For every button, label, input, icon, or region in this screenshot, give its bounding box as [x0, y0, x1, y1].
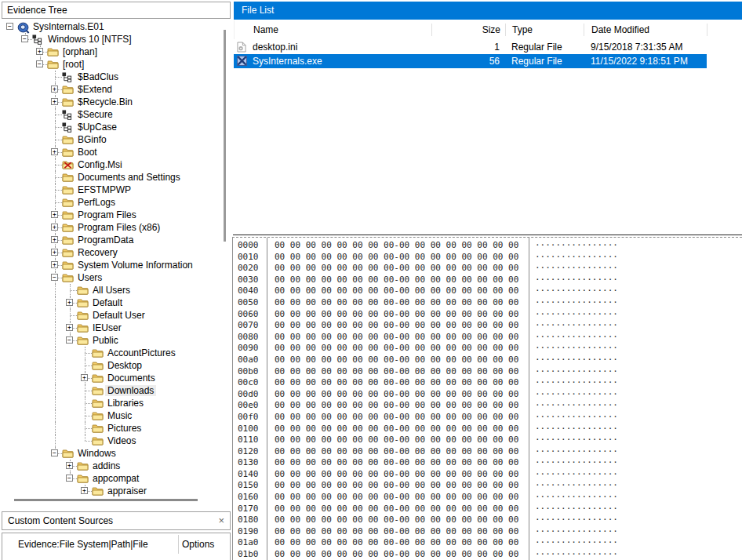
tree-item-label[interactable]: appraiser — [105, 485, 149, 496]
hex-row[interactable]: 00d000 00 00 00 00 00 00 00-00 00 00 00 … — [233, 389, 742, 401]
hex-row[interactable]: 018000 00 00 00 00 00 00 00-00 00 00 00 … — [233, 515, 742, 526]
tree-item-label[interactable]: $Recycle.Bin — [75, 96, 135, 107]
tree-item-recovery[interactable]: +Recovery — [0, 246, 223, 259]
close-icon[interactable]: × — [218, 512, 224, 529]
hex-row[interactable]: 010000 00 00 00 00 00 00 00-00 00 00 00 … — [233, 424, 742, 435]
tree-item-appcompat[interactable]: −appcompat — [0, 472, 223, 485]
tree-item-label[interactable]: Users — [75, 272, 104, 283]
hex-row[interactable]: 016000 00 00 00 00 00 00 00-00 00 00 00 … — [233, 492, 742, 504]
tree-item-label[interactable]: appcompat — [90, 473, 141, 484]
tree-item-bginfo[interactable]: BGinfo — [0, 133, 223, 146]
tree-item-downloads[interactable]: Downloads — [0, 384, 223, 397]
ccs-column-divider[interactable] — [178, 535, 179, 554]
tree-item-default[interactable]: +Default — [0, 296, 223, 309]
column-divider[interactable] — [431, 24, 432, 36]
column-header-name[interactable]: Name — [235, 20, 431, 39]
tree-item-label[interactable]: Videos — [105, 435, 138, 446]
expand-plus-icon[interactable]: + — [51, 85, 58, 93]
hex-row[interactable]: 00f000 00 00 00 00 00 00 00-00 00 00 00 … — [233, 412, 742, 424]
tree-item-label[interactable]: Pictures — [105, 423, 144, 434]
tree-item-sysinternals-e01[interactable]: −SysInternals.E01 — [0, 20, 223, 33]
hex-row[interactable]: 011000 00 00 00 00 00 00 00-00 00 00 00 … — [233, 435, 742, 446]
hex-row[interactable]: 01b000 00 00 00 00 00 00 00-00 00 00 00 … — [233, 549, 742, 560]
tree-item-label[interactable]: BGinfo — [75, 134, 109, 145]
tree-item-program-files-x86[interactable]: +Program Files (x86) — [0, 221, 223, 234]
tree-item-users[interactable]: −Users — [0, 271, 223, 284]
tree-horizontal-scrollbar[interactable] — [14, 499, 198, 501]
expand-plus-icon[interactable]: + — [51, 224, 58, 231]
tree-item-libraries[interactable]: Libraries — [0, 397, 223, 409]
tree-item-config-msi[interactable]: Config.Msi — [0, 158, 223, 171]
tree-item-program-files[interactable]: +Program Files — [0, 209, 223, 221]
collapse-minus-icon[interactable]: − — [21, 35, 28, 42]
collapse-minus-icon[interactable]: − — [36, 60, 43, 67]
column-divider[interactable] — [707, 24, 707, 36]
tree-item-appraiser[interactable]: +appraiser — [0, 485, 223, 497]
tree-item-recycle-bin[interactable]: +$Recycle.Bin — [0, 96, 223, 108]
tree-item-label[interactable]: Windows 10 [NTFS] — [45, 34, 134, 45]
expand-plus-icon[interactable]: + — [51, 98, 58, 105]
hex-row[interactable]: 002000 00 00 00 00 00 00 00-00 00 00 00 … — [233, 263, 742, 275]
hex-row[interactable]: 01a000 00 00 00 00 00 00 00-00 00 00 00 … — [233, 537, 742, 549]
expand-plus-icon[interactable]: + — [66, 462, 73, 469]
tree-item-label[interactable]: Program Files — [75, 209, 139, 220]
tree-item-label[interactable]: $BadClus — [75, 71, 121, 82]
expand-plus-icon[interactable]: + — [66, 324, 73, 331]
tree-item-label[interactable]: Desktop — [105, 360, 144, 371]
tree-item-label[interactable]: $Secure — [75, 109, 115, 120]
tree-item-pictures[interactable]: Pictures — [0, 422, 223, 435]
tree-item-label[interactable]: ProgramData — [75, 235, 136, 245]
tree-item-label[interactable]: System Volume Information — [75, 260, 195, 271]
tree-item-accountpictures[interactable]: AccountPictures — [0, 347, 223, 359]
hex-row[interactable]: 00b000 00 00 00 00 00 00 00-00 00 00 00 … — [233, 366, 742, 378]
tree-item-label[interactable]: $Extend — [75, 84, 115, 95]
tree-item-root[interactable]: −[root] — [0, 58, 223, 71]
expand-plus-icon[interactable]: + — [81, 374, 88, 381]
tree-item-documents-and-settings[interactable]: Documents and Settings — [0, 171, 223, 184]
tree-item-desktop[interactable]: Desktop — [0, 359, 223, 372]
tree-item-windows[interactable]: −Windows — [0, 447, 223, 460]
tree-item-badclus[interactable]: $BadClus — [0, 71, 223, 83]
tree-item-windows-10-ntfs[interactable]: −Windows 10 [NTFS] — [0, 33, 223, 45]
tree-item-ieuser[interactable]: +IEUser — [0, 322, 223, 334]
tree-item-programdata[interactable]: +ProgramData — [0, 234, 223, 246]
tree-item-label[interactable]: Documents — [105, 373, 158, 384]
tree-item-all-users[interactable]: All Users — [0, 284, 223, 296]
collapse-minus-icon[interactable]: − — [51, 449, 58, 456]
tree-item-label[interactable]: All Users — [90, 285, 133, 296]
tree-item-label[interactable]: Default User — [90, 310, 147, 321]
tree-item-secure[interactable]: $Secure — [0, 108, 223, 121]
tree-item-label[interactable]: EFSTMPWP — [75, 184, 133, 195]
ccs-column-header-evidence[interactable]: Evidence:File System|Path|File — [18, 533, 148, 555]
tree-item-label[interactable]: Music — [105, 410, 134, 421]
hex-row[interactable]: 017000 00 00 00 00 00 00 00-00 00 00 00 … — [233, 504, 742, 515]
tree-item-label[interactable]: Default — [90, 297, 125, 308]
tree-item-label[interactable]: Recovery — [75, 247, 120, 258]
tree-item-label[interactable]: Program Files (x86) — [75, 222, 162, 233]
expand-plus-icon[interactable]: + — [81, 487, 88, 494]
column-header-date-modified[interactable]: Date Modified — [584, 20, 707, 39]
hex-row[interactable]: 00c000 00 00 00 00 00 00 00-00 00 00 00 … — [233, 377, 742, 389]
tree-item-upcase[interactable]: $UpCase — [0, 121, 223, 133]
tree-item-label[interactable]: addins — [90, 460, 122, 471]
tree-item-orphan[interactable]: +[orphan] — [0, 45, 223, 58]
tree-item-system-volume-information[interactable]: +System Volume Information — [0, 259, 223, 271]
file-row-sysinternals-exe[interactable]: SysInternals.exe56Regular File11/15/2022… — [234, 54, 707, 68]
tree-item-default-user[interactable]: Default User — [0, 309, 223, 322]
tree-item-label[interactable]: SysInternals.E01 — [31, 21, 107, 32]
hex-row[interactable]: 019000 00 00 00 00 00 00 00-00 00 00 00 … — [233, 526, 742, 538]
hex-view[interactable]: 000000 00 00 00 00 00 00 00-00 00 00 00 … — [232, 237, 742, 560]
evidence-tree-list[interactable]: −SysInternals.E01−Windows 10 [NTFS]+[orp… — [0, 20, 223, 497]
hex-row[interactable]: 014000 00 00 00 00 00 00 00-00 00 00 00 … — [233, 469, 742, 481]
tree-item-extend[interactable]: +$Extend — [0, 83, 223, 96]
hex-row[interactable]: 00a000 00 00 00 00 00 00 00-00 00 00 00 … — [233, 355, 742, 366]
tree-item-label[interactable]: Libraries — [105, 398, 146, 409]
hex-row[interactable]: 004000 00 00 00 00 00 00 00-00 00 00 00 … — [233, 285, 742, 297]
file-list-rows[interactable]: desktop.ini1Regular File9/15/2018 7:31:3… — [234, 40, 707, 68]
tree-item-label[interactable]: IEUser — [90, 322, 124, 333]
tree-item-label[interactable]: $UpCase — [75, 122, 119, 133]
column-divider[interactable] — [584, 24, 584, 36]
tree-item-label[interactable]: Windows — [75, 448, 118, 459]
expand-plus-icon[interactable]: + — [51, 236, 58, 243]
expand-plus-icon[interactable]: + — [51, 249, 58, 256]
